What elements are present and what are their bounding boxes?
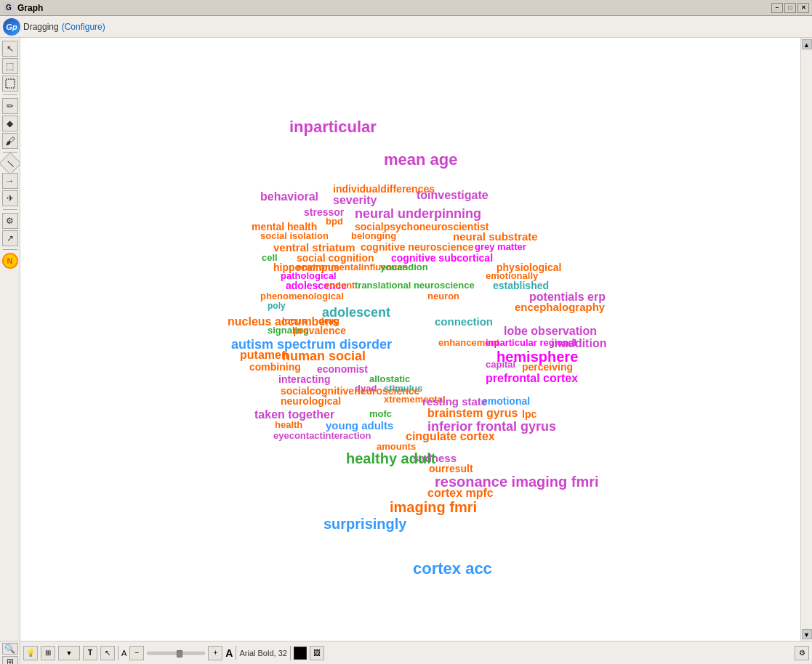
bottom-main: 🔍 ⊞ A A 💡 ⊞ ▼ T ↖ A − + A Arial Bold, 32… [0,641,812,664]
word-72: eyecontactinteraction [273,430,371,441]
word-54: prefrontal cortex [486,372,578,385]
word-27: rodent [326,280,355,291]
word-80: surprisingly [323,516,406,533]
word-40: connection [435,315,493,328]
brush-tool[interactable]: 🖌 [2,133,18,149]
toolbar-row: Gp Dragging (Configure) [0,16,812,38]
statusbar-text-btn[interactable]: T [83,646,97,660]
statusbar-zoom-icon[interactable]: 💡 [23,646,38,660]
configure-link[interactable]: (Configure) [62,22,105,32]
window-title: Graph [17,3,43,13]
statusbar-font-slider[interactable] [147,652,205,655]
scroll-down[interactable]: ▼ [802,629,812,639]
tool-separator-3 [3,209,17,210]
statusbar-minus-btn[interactable]: − [129,646,144,660]
tool-separator-4 [3,249,17,250]
statusbar-plus-btn[interactable]: + [208,646,222,660]
word-22: youandion [380,262,428,272]
word-55: interacting [278,373,331,385]
word-4: severity [333,194,377,207]
font-minus-icon: A [121,649,126,657]
word-69: health [275,419,302,430]
main-layout: ↖ ⬚ ✏ ◆ 🖌 | → ✈ ⚙ ↗ N inparticularmean a… [0,38,812,641]
plane-tool[interactable]: ✈ [2,190,18,206]
word-30: phenomenological [260,291,344,301]
canvas-area: inparticularmean ageindividualdifference… [20,38,800,641]
zoom-tool[interactable]: 🔍 [2,643,18,655]
word-15: cognitive neuroscience [361,241,474,253]
svg-rect-0 [6,79,15,88]
word-81: cortex acc [413,559,492,578]
word-52: combining [249,361,301,373]
close-button[interactable]: ✕ [797,3,809,13]
statusbar-sep-1 [118,646,118,660]
word-7: neural underpinning [355,206,481,222]
word-28: translational neuroscience [355,280,475,291]
arrow-tool[interactable]: → [2,173,18,189]
word-33: encephalography [515,301,605,313]
word-68: lpc [522,408,536,420]
word-61: resting state [422,395,487,408]
statusbar-sep-2 [236,646,236,660]
word-34: poly [268,301,286,311]
word-11: social isolation [260,230,329,241]
word-8: bpd [326,216,343,227]
statusbar-grid-icon[interactable]: ⊞ [41,646,55,660]
statusbar-image-btn[interactable]: 🖼 [310,646,324,660]
left-toolbar: ↖ ⬚ ✏ ◆ 🖌 | → ✈ ⚙ ↗ N [0,38,20,641]
bottom-left-tools: 🔍 ⊞ A A [0,641,20,664]
app-logo: Gp [3,18,20,36]
word-42: lobe observation [504,325,597,338]
word-64: brainstem gyrus [427,407,518,420]
tool-separator-1 [3,94,17,95]
minimize-button[interactable]: − [771,3,783,13]
pointer-tool[interactable]: ↗ [2,230,18,246]
font-name-label: Arial Bold, 32 [239,649,286,657]
title-bar: G Graph − □ ✕ [0,0,812,16]
window-controls[interactable]: − □ ✕ [771,3,809,13]
color-swatch[interactable] [294,647,307,660]
word-71: cingulate cortex [406,430,495,443]
status-bar: 💡 ⊞ ▼ T ↖ A − + A Arial Bold, 32 🖼 ⚙ [20,641,812,664]
word-62: emotional [482,395,530,407]
word-66: mofc [369,408,392,419]
maximize-button[interactable]: □ [784,3,796,13]
word-79: imaging fmri [390,499,477,516]
word-76: ourresult [429,463,473,474]
grid-tool[interactable]: ⊞ [2,656,18,664]
statusbar-dropdown-btn[interactable]: ▼ [58,646,80,660]
pencil-tool[interactable]: ✏ [2,98,18,114]
word-75: healthy adult [346,450,435,467]
statusbar-cursor-btn[interactable]: ↖ [100,646,115,660]
dragging-label: Dragging [23,22,59,32]
word-12: belonging [351,230,396,241]
word-5: toinvestigate [417,189,489,202]
statusbar-settings-icon[interactable]: ⚙ [795,646,809,660]
word-0: inparticular [289,118,377,137]
word-1: mean age [384,150,458,169]
rect-select-tool[interactable]: ⬚ [2,58,18,74]
settings-tool[interactable]: ⚙ [2,213,18,229]
statusbar-sep-3 [290,646,291,660]
word-32: neuron [427,291,459,301]
word-78: cortex mpfc [427,487,494,500]
select-tool[interactable]: ↖ [2,41,18,57]
word-41: prevalence [293,325,346,336]
word-50: capital [486,359,515,370]
word-29: established [493,280,549,291]
node-tool[interactable]: N [2,253,18,269]
word-63: neurological [281,395,341,407]
diamond-tool[interactable]: ◆ [2,116,18,131]
statusbar-dropdown-group: ▼ [58,646,80,660]
app-icon: G [3,2,15,14]
word-51: perceiving [522,361,573,373]
scroll-up[interactable]: ▲ [802,39,812,49]
right-sidebar: ▲ ▼ [800,38,812,641]
word-16: grey matter [475,241,526,252]
word-47: putamen [240,349,289,362]
line-tool[interactable]: | [0,152,21,174]
word-3: behavioral [260,190,318,203]
lasso-tool[interactable] [2,76,18,92]
font-plus-icon: A [225,647,233,659]
